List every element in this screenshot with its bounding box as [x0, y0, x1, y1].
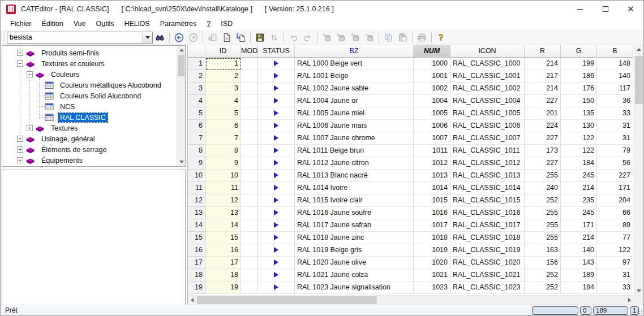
cell-bz[interactable]: RAL 1012 Jaune citron [295, 157, 414, 170]
table-vertical-scrollbar[interactable] [634, 45, 643, 295]
cell-bz[interactable]: RAL 1023 Jaune signalisation [295, 282, 414, 294]
cell-r[interactable]: 252 [525, 269, 561, 282]
row-number-cell[interactable]: 19 [188, 282, 205, 294]
search-binoculars-button[interactable] [153, 31, 166, 44]
expand-icon[interactable]: + [17, 146, 23, 153]
cell-icon[interactable]: RAL_CLASSIC_1017 [450, 219, 525, 232]
cell-id[interactable]: 17 [205, 257, 241, 269]
cell-g[interactable]: 130 [561, 120, 597, 132]
menu-helios[interactable]: HELiOS [119, 19, 155, 29]
print-button[interactable] [415, 31, 428, 44]
tree-item-label[interactable]: Équipements [40, 156, 84, 165]
cell-mod[interactable] [241, 145, 258, 157]
cell-bz[interactable]: RAL 1001 Beige [295, 70, 414, 83]
cell-status[interactable] [258, 269, 295, 282]
cell-r[interactable]: 201 [525, 107, 561, 120]
cell-num[interactable]: 1007 [414, 132, 450, 145]
cell-status[interactable] [258, 194, 295, 207]
cell-g[interactable]: 176 [561, 83, 597, 95]
collapse-icon[interactable]: − [27, 71, 33, 77]
cell-id[interactable]: 9 [205, 157, 241, 170]
cell-bz[interactable]: RAL 1011 Beige brun [295, 145, 414, 157]
column-header-mod[interactable]: MOD [241, 45, 258, 58]
column-header-r[interactable]: R [525, 45, 561, 58]
cell-g[interactable]: 214 [561, 232, 597, 244]
cell-icon[interactable]: RAL_CLASSIC_1002 [450, 83, 525, 95]
cell-g[interactable]: 235 [561, 194, 597, 207]
cell-r[interactable]: 240 [525, 182, 561, 194]
row-number-cell[interactable]: 13 [188, 207, 205, 219]
cell-status[interactable] [258, 145, 295, 157]
cell-status[interactable] [258, 232, 295, 244]
cell-id[interactable]: 8 [205, 145, 241, 157]
cell-mod[interactable] [241, 120, 258, 132]
cell-bz[interactable]: RAL 1002 Jaune sable [295, 83, 414, 95]
cell-num[interactable]: 1023 [414, 282, 450, 294]
cell-id[interactable]: 15 [205, 232, 241, 244]
cell-id[interactable]: 11 [205, 182, 241, 194]
cell-mod[interactable] [241, 244, 258, 257]
cell-g[interactable]: 245 [561, 207, 597, 219]
cell-icon[interactable]: RAL_CLASSIC_1012 [450, 157, 525, 170]
tree-item-textures[interactable]: +Textures [2, 123, 176, 133]
cell-bz[interactable]: RAL 1021 Jaune colza [295, 269, 414, 282]
cell-icon[interactable]: RAL_CLASSIC_1015 [450, 194, 525, 207]
cell-g[interactable]: 150 [561, 95, 597, 107]
cell-icon[interactable]: RAL_CLASSIC_1023 [450, 282, 525, 294]
cell-r[interactable]: 156 [525, 257, 561, 269]
cell-g[interactable]: 184 [561, 157, 597, 170]
row-number-cell[interactable]: 5 [188, 107, 205, 120]
table-horizontal-scrollbar[interactable] [188, 295, 634, 305]
cell-b[interactable]: 204 [597, 194, 633, 207]
cell-b[interactable]: 171 [597, 182, 633, 194]
tree-item-elements-de-serrage[interactable]: +Éléments de serrage [2, 144, 176, 155]
add-record-button[interactable] [320, 31, 333, 44]
row-number-cell[interactable]: 16 [188, 244, 205, 257]
tree-item-label[interactable]: Textures [49, 124, 79, 133]
column-header-icon[interactable]: ICON [450, 45, 525, 58]
cell-g[interactable]: 140 [561, 244, 597, 257]
cell-r[interactable]: 227 [525, 132, 561, 145]
cell-id[interactable]: 12 [205, 194, 241, 207]
cell-mod[interactable] [241, 207, 258, 219]
cell-id[interactable]: 5 [205, 107, 241, 120]
cell-num[interactable]: 1000 [414, 58, 450, 70]
cell-id[interactable]: 6 [205, 120, 241, 132]
cell-g[interactable]: 184 [561, 282, 597, 294]
cell-g[interactable]: 189 [561, 269, 597, 282]
cell-id[interactable]: 1 [205, 58, 241, 70]
cell-status[interactable] [258, 83, 295, 95]
row-number-cell[interactable]: 15 [188, 232, 205, 244]
cell-b[interactable]: 227 [597, 170, 633, 182]
cell-icon[interactable]: RAL_CLASSIC_1001 [450, 70, 525, 83]
cell-mod[interactable] [241, 219, 258, 232]
row-number-cell[interactable]: 10 [188, 170, 205, 182]
cell-bz[interactable]: RAL 1020 Jaune olive [295, 257, 414, 269]
row-number-cell[interactable]: 17 [188, 257, 205, 269]
cell-icon[interactable]: RAL_CLASSIC_1004 [450, 95, 525, 107]
cell-r[interactable]: 255 [525, 219, 561, 232]
minimize-button[interactable] [567, 1, 593, 18]
cell-mod[interactable] [241, 70, 258, 83]
expand-icon[interactable]: + [17, 157, 23, 163]
append-record-button[interactable] [349, 31, 362, 44]
help-button[interactable]: ? [435, 31, 448, 44]
cell-icon[interactable]: RAL_CLASSIC_1021 [450, 269, 525, 282]
cell-bz[interactable]: RAL 1015 Ivoire clair [295, 194, 414, 207]
tree-scroll-thumb[interactable] [178, 55, 184, 76]
cell-num[interactable]: 1013 [414, 170, 450, 182]
scroll-down-icon[interactable] [177, 158, 186, 166]
row-number-cell[interactable]: 3 [188, 83, 205, 95]
cell-b[interactable]: 66 [597, 207, 633, 219]
cell-r[interactable]: 255 [525, 207, 561, 219]
cell-icon[interactable]: RAL_CLASSIC_1014 [450, 182, 525, 194]
column-header-b[interactable]: B [597, 45, 633, 58]
cell-num[interactable]: 1012 [414, 157, 450, 170]
row-number-cell[interactable]: 1 [188, 58, 205, 70]
cell-g[interactable]: 122 [561, 145, 597, 157]
cell-b[interactable]: 33 [597, 107, 633, 120]
row-number-cell[interactable]: 18 [188, 269, 205, 282]
cell-icon[interactable]: RAL_CLASSIC_1011 [450, 145, 525, 157]
close-button[interactable]: ✕ [618, 1, 643, 18]
cell-mod[interactable] [241, 269, 258, 282]
